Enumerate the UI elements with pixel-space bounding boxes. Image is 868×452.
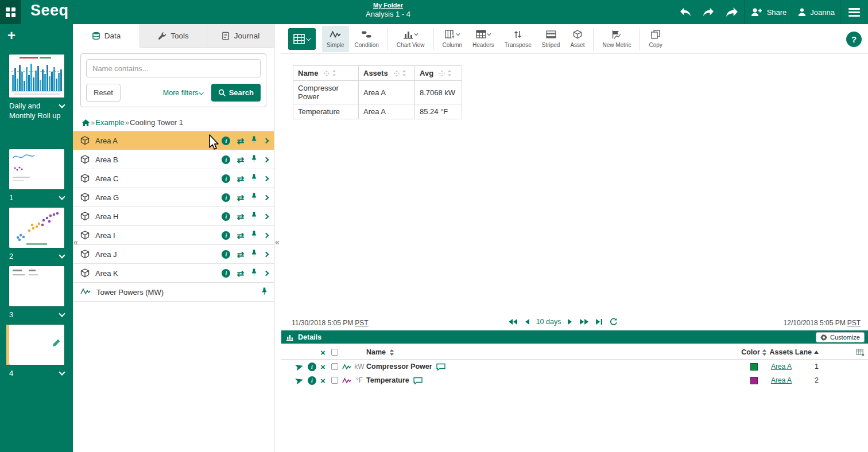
details-row-compressor-power[interactable]: i × kW Compressor Power Area A 1 — [281, 360, 868, 373]
select-all-checkbox[interactable] — [331, 349, 338, 356]
table-row[interactable]: Compressor Power Area A 8.7068 kW — [293, 81, 462, 104]
refresh-icon[interactable] — [610, 318, 618, 326]
toolbar-button-simple[interactable]: Simple — [322, 26, 349, 52]
timezone-link[interactable]: PST — [847, 319, 861, 327]
redo-button[interactable] — [697, 0, 720, 24]
details-columns-icon[interactable] — [856, 349, 865, 356]
pin-icon[interactable] — [250, 249, 258, 260]
asset-link[interactable]: Area A — [771, 376, 792, 384]
asset-row-area-h[interactable]: Area H i ⇄ — [73, 207, 274, 226]
toolbar-button-chart-view[interactable]: Chart View — [392, 26, 429, 52]
range-end[interactable]: 12/10/2018 5:05 PMPST — [784, 319, 861, 327]
pin-icon[interactable] — [250, 135, 258, 146]
swap-icon[interactable]: ⇄ — [237, 231, 244, 240]
undo-button[interactable] — [674, 0, 697, 24]
more-filters-link[interactable]: More filters — [163, 89, 204, 97]
chevron-right-icon[interactable] — [264, 251, 269, 257]
pin-icon[interactable] — [250, 154, 258, 165]
details-col-assets[interactable]: Assets — [770, 348, 793, 356]
chevron-down-icon[interactable] — [59, 369, 65, 375]
toolbar-button-transpose[interactable]: Transpose — [500, 26, 536, 52]
seeq-logo[interactable]: Seeq — [30, 2, 69, 20]
remove-icon[interactable]: × — [320, 363, 326, 371]
navigate-to-signal-icon[interactable] — [292, 363, 307, 371]
chevron-right-icon[interactable] — [264, 176, 269, 181]
info-icon[interactable]: i — [222, 155, 230, 164]
details-col-color[interactable]: Color — [741, 348, 760, 356]
swap-icon[interactable]: ⇄ — [237, 212, 244, 221]
user-menu-button[interactable]: Joanna — [792, 0, 840, 24]
row-checkbox[interactable] — [331, 363, 338, 370]
column-header-assets[interactable]: Assets — [359, 66, 415, 81]
signal-name[interactable]: Compressor Power — [366, 363, 432, 371]
swap-icon[interactable]: ⇄ — [237, 269, 244, 278]
search-button[interactable]: Search — [211, 84, 261, 102]
row-checkbox[interactable] — [331, 377, 338, 384]
worksheet-thumbnail[interactable] — [9, 325, 64, 365]
info-icon[interactable]: i — [222, 137, 230, 145]
step-forward-double-icon[interactable] — [580, 318, 589, 325]
worksheet-label[interactable]: 1 — [9, 193, 13, 202]
chevron-down-icon[interactable] — [59, 193, 65, 200]
main-menu-button[interactable] — [840, 8, 868, 17]
info-icon[interactable]: i — [308, 363, 316, 371]
search-input[interactable] — [86, 59, 261, 77]
sort-ascending-icon[interactable] — [814, 350, 819, 354]
chevron-right-icon[interactable] — [264, 194, 269, 200]
remove-all-icon[interactable]: × — [320, 348, 326, 357]
worksheet-label[interactable]: 2 — [9, 252, 13, 260]
asset-row-area-a[interactable]: Area A i ⇄ — [73, 131, 274, 150]
toolbar-button-condition[interactable]: Condition — [350, 26, 383, 52]
breadcrumb-link-example[interactable]: Example — [95, 118, 125, 127]
toolbar-button-new-metric[interactable]: New Metric — [598, 26, 636, 52]
comment-icon[interactable] — [436, 363, 445, 371]
pin-icon[interactable] — [250, 268, 258, 279]
duration-label[interactable]: 10 days — [536, 318, 561, 326]
worksheet-label[interactable]: 4 — [9, 369, 13, 377]
tab-tools[interactable]: Tools — [140, 24, 207, 48]
asset-row-area-c[interactable]: Area C i ⇄ — [73, 169, 274, 188]
pin-icon[interactable] — [250, 173, 258, 184]
sort-icon[interactable] — [402, 70, 406, 76]
signal-row-tower-powers[interactable]: Tower Powers (MW) — [73, 283, 274, 302]
swap-icon[interactable]: ⇄ — [237, 174, 244, 183]
chevron-down-icon[interactable] — [59, 310, 65, 317]
chevron-down-icon[interactable] — [59, 252, 65, 258]
details-col-lane[interactable]: Lane — [795, 348, 812, 356]
chevron-right-icon[interactable] — [264, 138, 269, 143]
worksheet-label[interactable]: 3 — [9, 310, 13, 319]
toolbar-button-copy[interactable]: Copy — [644, 26, 666, 52]
toolbar-button-column[interactable]: Column — [438, 26, 467, 52]
info-icon[interactable]: i — [308, 376, 316, 385]
asset-row-area-g[interactable]: Area G i ⇄ — [73, 188, 274, 207]
info-icon[interactable]: i — [222, 174, 230, 183]
info-icon[interactable]: i — [222, 193, 230, 202]
column-header-avg[interactable]: Avg — [415, 66, 462, 81]
app-switcher-button[interactable] — [0, 0, 21, 24]
step-back-double-icon[interactable] — [508, 318, 517, 325]
color-swatch[interactable] — [750, 377, 758, 384]
worksheet-thumbnail[interactable] — [9, 149, 64, 189]
share-button[interactable]: Share — [745, 0, 792, 24]
signal-name[interactable]: Temperature — [366, 376, 409, 384]
chevron-right-icon[interactable] — [264, 157, 269, 162]
chevron-down-icon[interactable] — [59, 102, 65, 108]
restore-forward-button[interactable] — [720, 0, 744, 24]
tab-data[interactable]: Data — [73, 24, 140, 48]
collapse-rail-handle[interactable]: « — [73, 237, 78, 247]
asset-row-area-k[interactable]: Area K i ⇄ — [73, 264, 274, 283]
table-row[interactable]: Temperature Area A 85.24 °F — [293, 104, 462, 119]
step-to-end-icon[interactable] — [596, 318, 603, 325]
worksheet-thumbnail[interactable] — [9, 208, 64, 248]
chevron-right-icon[interactable] — [264, 270, 269, 276]
timezone-link[interactable]: PST — [355, 319, 368, 327]
pin-icon[interactable] — [250, 211, 258, 222]
info-icon[interactable]: i — [222, 269, 230, 278]
home-icon[interactable] — [82, 119, 90, 127]
sort-icon[interactable] — [390, 349, 394, 356]
toolbar-button-striped[interactable]: Striped — [537, 26, 565, 52]
swap-icon[interactable]: ⇄ — [237, 155, 244, 164]
column-header-name[interactable]: Name — [293, 66, 359, 81]
swap-icon[interactable]: ⇄ — [237, 250, 244, 259]
pin-icon[interactable] — [250, 230, 258, 241]
